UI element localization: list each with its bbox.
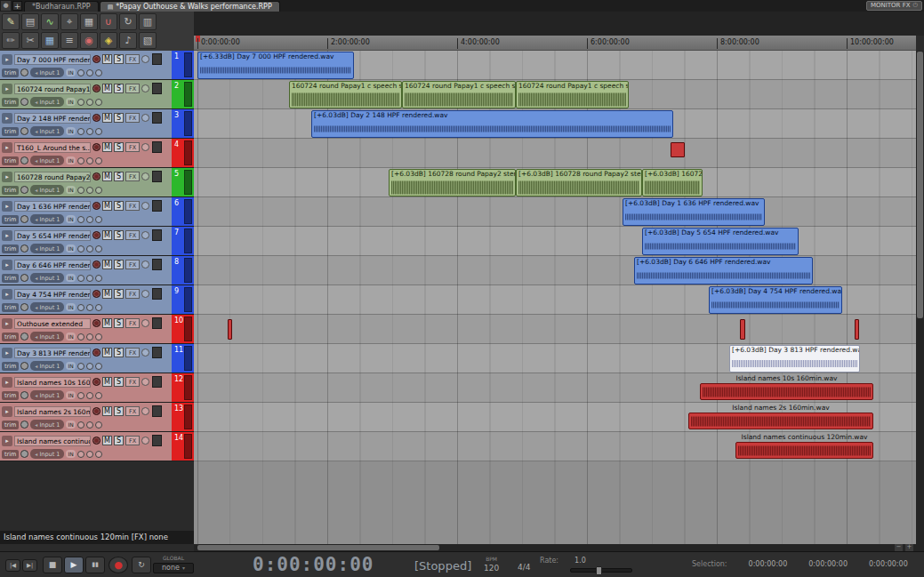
fx-bypass-button[interactable] bbox=[141, 437, 149, 445]
record-arm-button[interactable] bbox=[92, 378, 100, 386]
trim-label[interactable]: trim bbox=[2, 244, 19, 253]
input-monitor-button[interactable]: IN bbox=[66, 333, 75, 341]
route-button[interactable] bbox=[152, 347, 162, 358]
input-monitor-button[interactable]: IN bbox=[66, 303, 75, 311]
track-name[interactable]: Outhouse extended bbox=[14, 318, 91, 329]
track-lane-7[interactable] bbox=[194, 227, 916, 256]
fx-bypass-button[interactable] bbox=[141, 202, 149, 210]
track-number[interactable]: 5 bbox=[172, 168, 194, 196]
fx-bypass-button[interactable] bbox=[141, 290, 149, 298]
mono-button[interactable] bbox=[77, 451, 84, 458]
route-button[interactable] bbox=[152, 112, 162, 124]
arrange-view[interactable]: [+6.33dB] Day 7 000 HPF rendered.wav1607… bbox=[194, 51, 916, 544]
input-selector[interactable]: ◂Input 1 bbox=[30, 214, 64, 224]
track-panel-4[interactable]: ▸T160_L Around the s...1MSFXtrim◂Input 1… bbox=[0, 139, 194, 168]
mono-button[interactable] bbox=[77, 421, 84, 429]
route-button[interactable] bbox=[152, 376, 162, 388]
track-number[interactable]: 6 bbox=[172, 197, 194, 226]
trim-label[interactable]: trim bbox=[2, 68, 19, 77]
fx-button[interactable]: FX bbox=[125, 377, 140, 387]
track-name[interactable]: Day 5 654 HPF rendere bbox=[14, 230, 91, 241]
record-arm-button[interactable] bbox=[92, 202, 100, 210]
rate-value[interactable]: 1.0 bbox=[574, 557, 586, 565]
vertical-scrollbar[interactable] bbox=[916, 51, 924, 544]
fx-button[interactable]: FX bbox=[125, 84, 140, 93]
media-item[interactable]: Island names 2s 160min.wav bbox=[688, 404, 873, 431]
grid-settings-icon[interactable]: ▦ bbox=[41, 32, 59, 49]
media-item[interactable]: [+6.33dB] Day 7 000 HPF rendered.wav bbox=[197, 52, 354, 79]
solo-button[interactable]: S bbox=[114, 54, 124, 64]
phase-button[interactable] bbox=[86, 333, 93, 341]
record-arm-button[interactable] bbox=[92, 407, 100, 415]
record-arm-button[interactable] bbox=[92, 55, 100, 63]
media-item[interactable]: Island names continuous 120min.wav bbox=[735, 433, 873, 461]
mute-button[interactable]: M bbox=[102, 348, 112, 357]
fx-bypass-button[interactable] bbox=[141, 55, 149, 63]
mute-button[interactable]: M bbox=[102, 172, 112, 181]
media-item[interactable]: 160724 round Papay1 c speech stereo (ren… bbox=[289, 81, 402, 108]
solo-button[interactable]: S bbox=[114, 348, 124, 357]
draw-tool-icon[interactable]: ✏ bbox=[2, 32, 20, 49]
docker-view-icon[interactable]: ▧ bbox=[139, 32, 157, 49]
fx-button[interactable]: FX bbox=[125, 260, 140, 269]
trim-label[interactable]: trim bbox=[2, 333, 19, 341]
env-button[interactable] bbox=[95, 421, 102, 429]
trim-label[interactable]: trim bbox=[2, 274, 19, 283]
trim-label[interactable]: trim bbox=[2, 98, 19, 107]
track-number[interactable]: 8 bbox=[172, 256, 194, 284]
mono-button[interactable] bbox=[77, 99, 84, 106]
input-monitor-button[interactable]: IN bbox=[66, 68, 75, 76]
route-button[interactable] bbox=[152, 435, 162, 446]
track-number[interactable]: 7 bbox=[172, 227, 194, 255]
go-to-end-button[interactable]: ▶| bbox=[22, 559, 37, 572]
volume-knob[interactable] bbox=[20, 303, 28, 311]
selection-end[interactable]: 0:00:00:00 bbox=[808, 560, 848, 568]
fx-button[interactable]: FX bbox=[125, 230, 140, 240]
phase-button[interactable] bbox=[86, 245, 93, 252]
mono-button[interactable] bbox=[77, 245, 84, 252]
fx-button[interactable]: FX bbox=[125, 172, 140, 181]
track-number[interactable]: 14 bbox=[172, 432, 194, 461]
track-panel-5[interactable]: ▸160728 round Papay2 (MSFXtrim◂Input 1IN… bbox=[0, 168, 194, 197]
track-icon[interactable]: ▸ bbox=[2, 172, 12, 182]
input-monitor-button[interactable]: IN bbox=[66, 127, 75, 135]
mute-button[interactable]: M bbox=[102, 84, 112, 93]
solo-button[interactable]: S bbox=[114, 172, 124, 181]
fx-bypass-button[interactable] bbox=[141, 84, 149, 92]
fx-button[interactable]: FX bbox=[125, 201, 140, 211]
route-button[interactable] bbox=[152, 171, 162, 182]
env-button[interactable] bbox=[95, 333, 102, 341]
input-selector[interactable]: ◂Input 1 bbox=[30, 126, 64, 136]
track-panel-6[interactable]: ▸Day 1 636 HPF rendereMSFXtrim◂Input 1IN… bbox=[0, 197, 194, 227]
track-name[interactable]: Day 4 754 HPF rendere bbox=[14, 289, 91, 300]
project-tab-papay[interactable]: ▤*Papay Outhouse & Walks performance.RPP bbox=[100, 1, 280, 12]
input-monitor-button[interactable]: IN bbox=[66, 421, 75, 429]
fx-button[interactable]: FX bbox=[125, 113, 140, 123]
selection-start[interactable]: 0:00:00:00 bbox=[749, 560, 788, 568]
vertical-scrollbar-thumb[interactable] bbox=[917, 52, 923, 318]
track-lane-4[interactable] bbox=[194, 139, 916, 168]
mute-button[interactable]: M bbox=[102, 142, 112, 152]
solo-button[interactable]: S bbox=[114, 201, 124, 211]
phase-button[interactable] bbox=[86, 392, 93, 399]
trim-label[interactable]: trim bbox=[2, 215, 19, 224]
razor-edit-icon[interactable]: ✂ bbox=[21, 32, 39, 49]
trim-label[interactable]: trim bbox=[2, 391, 19, 400]
input-monitor-button[interactable]: IN bbox=[66, 186, 75, 194]
media-item[interactable]: [+6.03dB] 160728 round Papay2 stereo (re… bbox=[516, 169, 642, 196]
track-panel-8[interactable]: ▸Day 6 646 HPF rendereMSFXtrim◂Input 1IN… bbox=[0, 256, 194, 285]
trim-label[interactable]: trim bbox=[2, 127, 19, 136]
route-button[interactable] bbox=[152, 405, 162, 417]
media-item[interactable]: [+6.03dB] 160728 round Papay2 stereo (re… bbox=[389, 169, 516, 196]
record-arm-button[interactable] bbox=[92, 114, 100, 122]
route-button[interactable] bbox=[152, 141, 162, 153]
record-arm-button[interactable] bbox=[92, 437, 100, 445]
media-item[interactable]: Island names 10s 160min.wav bbox=[700, 374, 873, 402]
track-panel-14[interactable]: ▸Island names continuoMSFXtrim◂Input 1IN… bbox=[0, 432, 194, 461]
env-button[interactable] bbox=[95, 69, 102, 76]
monitor-fx-button[interactable]: MONITOR FX⏻ bbox=[866, 1, 922, 11]
env-button[interactable] bbox=[95, 128, 102, 135]
track-name[interactable]: Island names continuo bbox=[14, 436, 91, 446]
track-number[interactable]: 3 bbox=[172, 109, 194, 138]
volume-knob[interactable] bbox=[20, 186, 28, 194]
